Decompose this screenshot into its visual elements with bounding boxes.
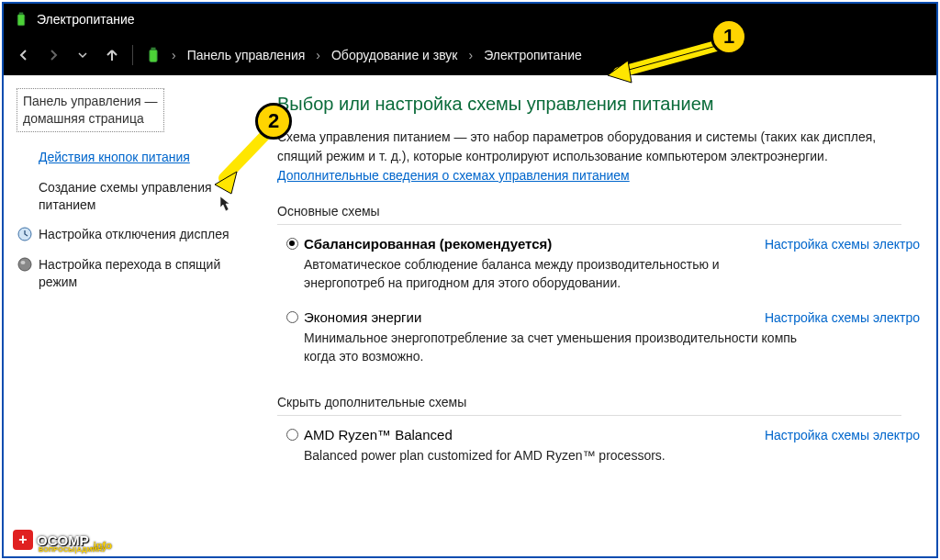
annotation-arrow-1 [600, 40, 729, 86]
cursor-pointer-icon [217, 195, 233, 215]
divider [277, 224, 901, 225]
sphere-icon [17, 256, 33, 273]
plan-name[interactable]: Сбалансированная (рекомендуется) [304, 236, 552, 252]
main-panel: Выбор или настройка схемы управления пит… [252, 75, 936, 556]
brand-name: OCOMP [37, 532, 89, 548]
control-panel-home-link[interactable]: Панель управления — домашняя страница [17, 88, 164, 132]
power-plan-balanced: Сбалансированная (рекомендуется) Настрой… [277, 236, 920, 293]
plan-name[interactable]: Экономия энергии [304, 309, 421, 325]
basic-plans-label: Основные схемы [277, 204, 936, 218]
configure-plan-link[interactable]: Настройка схемы электро [746, 428, 920, 442]
power-plan-amd-ryzen: AMD Ryzen™ Balanced Настройка схемы элек… [277, 427, 920, 465]
home-line1: Панель управления — [23, 93, 158, 110]
svg-point-5 [18, 258, 31, 271]
home-line2: домашняя страница [23, 110, 158, 128]
svg-marker-7 [608, 61, 632, 83]
svg-rect-2 [150, 50, 157, 62]
sidebar-link-label: Настройка отключения дисплея [39, 226, 229, 243]
plan-desc: Минимальное энергопотребление за счет ум… [304, 329, 800, 366]
annotation-marker-2: 2 [255, 103, 292, 140]
plans-help-link[interactable]: Дополнительные сведения о схемах управле… [277, 168, 630, 183]
extra-plans-label[interactable]: Скрыть дополнительные схемы [277, 395, 936, 409]
breadcrumb-power[interactable]: Электропитание [478, 44, 588, 66]
divider [132, 45, 133, 65]
desc-text: Схема управления питанием — это набор па… [277, 129, 876, 163]
svg-rect-3 [151, 48, 156, 50]
recent-dropdown[interactable] [70, 42, 95, 68]
window-titlebar: Электропитание [4, 4, 936, 35]
configure-plan-link[interactable]: Настройка схемы электро [746, 237, 920, 252]
blank-icon [17, 179, 33, 196]
sidebar-link-sleep[interactable]: Настройка перехода в спящий режим [17, 256, 242, 291]
window-title: Электропитание [37, 12, 135, 27]
battery-icon [13, 11, 29, 28]
navbar: › Панель управления › Оборудование и зву… [4, 35, 936, 75]
plus-icon: + [13, 530, 33, 550]
svg-point-6 [21, 261, 26, 264]
breadcrumb-control-panel[interactable]: Панель управления [182, 44, 311, 66]
annotation-marker-1: 1 [711, 18, 747, 55]
battery-icon [144, 46, 162, 64]
brand-sub: ВОПРОСЫ|АДМИНУ [39, 546, 106, 553]
radio-powersaver[interactable] [286, 311, 298, 323]
chevron-right-icon: › [170, 48, 178, 62]
chevron-right-icon: › [314, 48, 322, 62]
page-heading: Выбор или настройка схемы управления пит… [277, 94, 936, 115]
forward-button[interactable] [40, 42, 66, 68]
sidebar-link-label: Настройка перехода в спящий режим [39, 256, 242, 291]
clock-icon [17, 226, 33, 242]
radio-amd-ryzen[interactable] [286, 429, 298, 441]
configure-plan-link[interactable]: Настройка схемы электро [746, 310, 920, 325]
watermark-ocomp: + OCOMP.info ВОПРОСЫ|АДМИНУ [13, 529, 112, 551]
plan-desc: Balanced power plan customized for AMD R… [304, 446, 800, 465]
plan-desc: Автоматическое соблюдение баланса между … [304, 255, 800, 293]
page-description: Схема управления питанием — это набор па… [277, 128, 920, 185]
radio-balanced[interactable] [286, 238, 298, 250]
breadcrumb-hardware-sound[interactable]: Оборудование и звук [326, 44, 464, 66]
back-button[interactable] [11, 42, 37, 68]
sidebar-link-display-off[interactable]: Настройка отключения дисплея [17, 226, 242, 243]
svg-rect-0 [17, 15, 25, 26]
svg-rect-1 [19, 13, 24, 15]
blank-icon [17, 149, 33, 165]
plan-name[interactable]: AMD Ryzen™ Balanced [304, 427, 453, 442]
chevron-right-icon: › [466, 48, 475, 62]
power-plan-powersaver: Экономия энергии Настройка схемы электро… [277, 309, 920, 366]
up-button[interactable] [99, 42, 125, 68]
divider [277, 415, 901, 416]
sidebar-link-label: Действия кнопок питания [39, 149, 190, 166]
